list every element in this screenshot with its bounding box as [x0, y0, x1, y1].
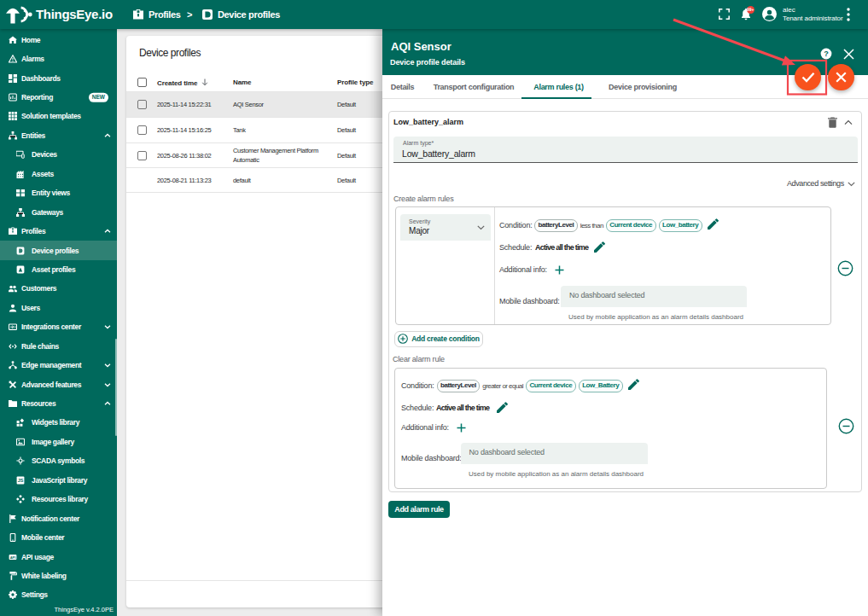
svg-text:JS: JS [17, 478, 23, 483]
svg-text:?: ? [824, 49, 829, 58]
svg-text:API: API [9, 555, 15, 559]
